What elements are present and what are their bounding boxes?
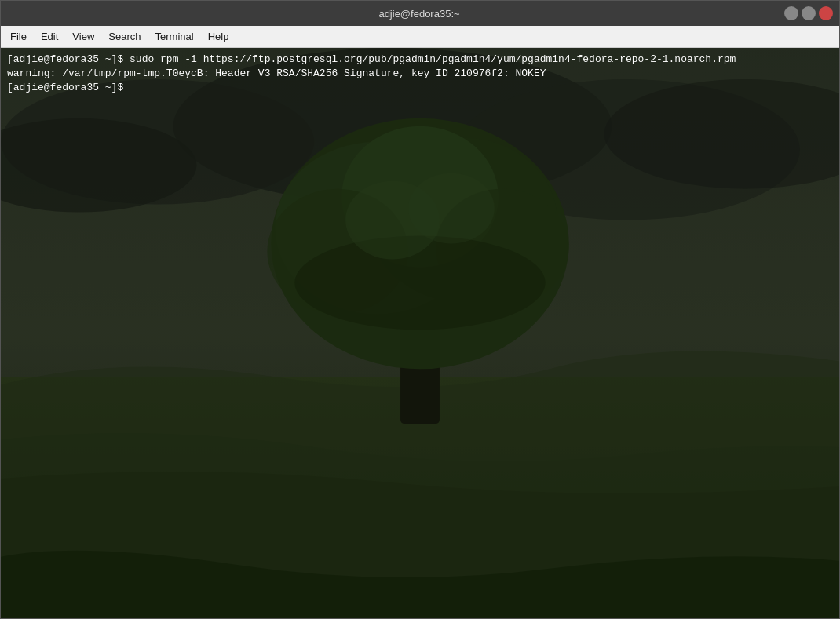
window-title: adjie@fedora35:~	[54, 8, 784, 20]
titlebar: adjie@fedora35:~ – □ ✕	[1, 1, 839, 26]
minimize-button[interactable]: –	[784, 6, 798, 20]
menubar: File Edit View Search Terminal Help	[1, 26, 839, 48]
maximize-button[interactable]: □	[802, 6, 816, 20]
terminal-area[interactable]: [adjie@fedora35 ~]$ sudo rpm -i https://…	[1, 48, 839, 618]
menu-file[interactable]: File	[4, 28, 33, 45]
window-controls: – □ ✕	[784, 6, 833, 20]
close-button[interactable]: ✕	[819, 6, 833, 20]
menu-search[interactable]: Search	[102, 28, 147, 45]
menu-terminal[interactable]: Terminal	[149, 28, 200, 45]
terminal-window: adjie@fedora35:~ – □ ✕ File Edit View Se…	[0, 0, 840, 619]
terminal-output[interactable]: [adjie@fedora35 ~]$ sudo rpm -i https://…	[1, 48, 839, 618]
menu-view[interactable]: View	[66, 28, 100, 45]
menu-edit[interactable]: Edit	[35, 28, 64, 45]
menu-help[interactable]: Help	[202, 28, 236, 45]
